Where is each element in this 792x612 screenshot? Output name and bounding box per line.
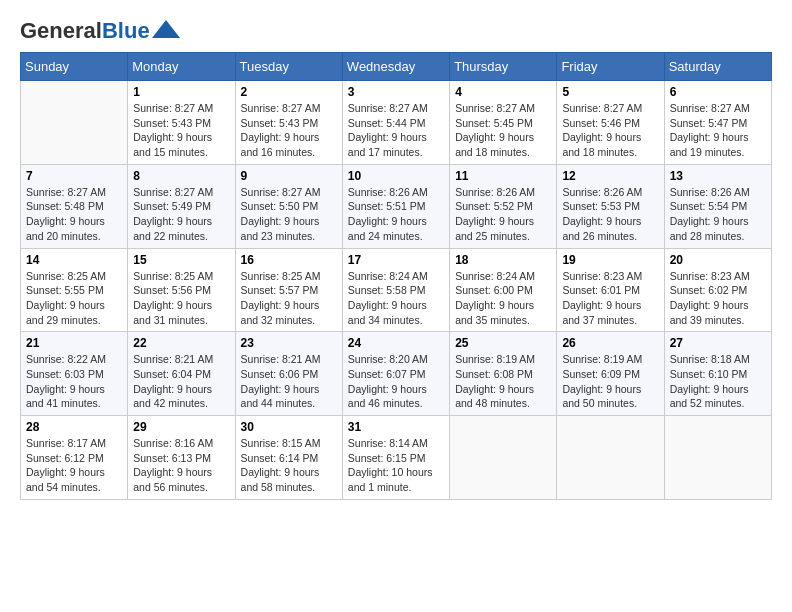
day-info: Sunrise: 8:24 AMSunset: 5:58 PMDaylight:… [348, 269, 444, 328]
day-info: Sunrise: 8:20 AMSunset: 6:07 PMDaylight:… [348, 352, 444, 411]
calendar-cell: 6Sunrise: 8:27 AMSunset: 5:47 PMDaylight… [664, 81, 771, 165]
calendar-week-2: 7Sunrise: 8:27 AMSunset: 5:48 PMDaylight… [21, 164, 772, 248]
calendar-cell: 11Sunrise: 8:26 AMSunset: 5:52 PMDayligh… [450, 164, 557, 248]
calendar-cell: 9Sunrise: 8:27 AMSunset: 5:50 PMDaylight… [235, 164, 342, 248]
day-number: 30 [241, 420, 337, 434]
day-header-sunday: Sunday [21, 53, 128, 81]
day-info: Sunrise: 8:21 AMSunset: 6:04 PMDaylight:… [133, 352, 229, 411]
logo: GeneralBlue [20, 20, 180, 42]
day-header-thursday: Thursday [450, 53, 557, 81]
calendar-body: 1Sunrise: 8:27 AMSunset: 5:43 PMDaylight… [21, 81, 772, 500]
day-number: 5 [562, 85, 658, 99]
day-header-friday: Friday [557, 53, 664, 81]
calendar-cell: 12Sunrise: 8:26 AMSunset: 5:53 PMDayligh… [557, 164, 664, 248]
day-number: 26 [562, 336, 658, 350]
day-header-monday: Monday [128, 53, 235, 81]
calendar-cell: 20Sunrise: 8:23 AMSunset: 6:02 PMDayligh… [664, 248, 771, 332]
day-info: Sunrise: 8:26 AMSunset: 5:53 PMDaylight:… [562, 185, 658, 244]
calendar-header-row: SundayMondayTuesdayWednesdayThursdayFrid… [21, 53, 772, 81]
day-number: 2 [241, 85, 337, 99]
day-number: 1 [133, 85, 229, 99]
calendar-cell [450, 416, 557, 500]
day-info: Sunrise: 8:27 AMSunset: 5:48 PMDaylight:… [26, 185, 122, 244]
day-info: Sunrise: 8:26 AMSunset: 5:52 PMDaylight:… [455, 185, 551, 244]
calendar-week-4: 21Sunrise: 8:22 AMSunset: 6:03 PMDayligh… [21, 332, 772, 416]
day-info: Sunrise: 8:21 AMSunset: 6:06 PMDaylight:… [241, 352, 337, 411]
svg-marker-0 [152, 20, 180, 38]
day-number: 24 [348, 336, 444, 350]
day-number: 6 [670, 85, 766, 99]
logo-text: GeneralBlue [20, 20, 150, 42]
calendar-cell: 27Sunrise: 8:18 AMSunset: 6:10 PMDayligh… [664, 332, 771, 416]
calendar-cell: 19Sunrise: 8:23 AMSunset: 6:01 PMDayligh… [557, 248, 664, 332]
calendar-cell: 24Sunrise: 8:20 AMSunset: 6:07 PMDayligh… [342, 332, 449, 416]
calendar-cell: 13Sunrise: 8:26 AMSunset: 5:54 PMDayligh… [664, 164, 771, 248]
day-number: 18 [455, 253, 551, 267]
day-number: 27 [670, 336, 766, 350]
day-info: Sunrise: 8:16 AMSunset: 6:13 PMDaylight:… [133, 436, 229, 495]
calendar-cell: 8Sunrise: 8:27 AMSunset: 5:49 PMDaylight… [128, 164, 235, 248]
calendar-cell: 31Sunrise: 8:14 AMSunset: 6:15 PMDayligh… [342, 416, 449, 500]
day-info: Sunrise: 8:27 AMSunset: 5:50 PMDaylight:… [241, 185, 337, 244]
day-number: 28 [26, 420, 122, 434]
calendar-cell: 22Sunrise: 8:21 AMSunset: 6:04 PMDayligh… [128, 332, 235, 416]
day-info: Sunrise: 8:23 AMSunset: 6:01 PMDaylight:… [562, 269, 658, 328]
calendar-week-1: 1Sunrise: 8:27 AMSunset: 5:43 PMDaylight… [21, 81, 772, 165]
day-info: Sunrise: 8:25 AMSunset: 5:56 PMDaylight:… [133, 269, 229, 328]
day-number: 4 [455, 85, 551, 99]
calendar-cell: 15Sunrise: 8:25 AMSunset: 5:56 PMDayligh… [128, 248, 235, 332]
calendar-cell: 28Sunrise: 8:17 AMSunset: 6:12 PMDayligh… [21, 416, 128, 500]
calendar-cell: 25Sunrise: 8:19 AMSunset: 6:08 PMDayligh… [450, 332, 557, 416]
day-info: Sunrise: 8:26 AMSunset: 5:54 PMDaylight:… [670, 185, 766, 244]
day-number: 22 [133, 336, 229, 350]
calendar-cell: 23Sunrise: 8:21 AMSunset: 6:06 PMDayligh… [235, 332, 342, 416]
calendar-cell: 26Sunrise: 8:19 AMSunset: 6:09 PMDayligh… [557, 332, 664, 416]
day-number: 7 [26, 169, 122, 183]
day-info: Sunrise: 8:27 AMSunset: 5:43 PMDaylight:… [241, 101, 337, 160]
day-info: Sunrise: 8:25 AMSunset: 5:57 PMDaylight:… [241, 269, 337, 328]
day-info: Sunrise: 8:27 AMSunset: 5:43 PMDaylight:… [133, 101, 229, 160]
day-info: Sunrise: 8:19 AMSunset: 6:09 PMDaylight:… [562, 352, 658, 411]
day-number: 23 [241, 336, 337, 350]
day-info: Sunrise: 8:27 AMSunset: 5:46 PMDaylight:… [562, 101, 658, 160]
calendar-cell: 5Sunrise: 8:27 AMSunset: 5:46 PMDaylight… [557, 81, 664, 165]
logo-arrow-icon [152, 20, 180, 38]
calendar-cell: 1Sunrise: 8:27 AMSunset: 5:43 PMDaylight… [128, 81, 235, 165]
calendar-week-5: 28Sunrise: 8:17 AMSunset: 6:12 PMDayligh… [21, 416, 772, 500]
day-number: 11 [455, 169, 551, 183]
day-number: 3 [348, 85, 444, 99]
day-number: 16 [241, 253, 337, 267]
day-info: Sunrise: 8:19 AMSunset: 6:08 PMDaylight:… [455, 352, 551, 411]
calendar-cell: 16Sunrise: 8:25 AMSunset: 5:57 PMDayligh… [235, 248, 342, 332]
calendar-cell: 10Sunrise: 8:26 AMSunset: 5:51 PMDayligh… [342, 164, 449, 248]
day-header-saturday: Saturday [664, 53, 771, 81]
day-info: Sunrise: 8:25 AMSunset: 5:55 PMDaylight:… [26, 269, 122, 328]
calendar-cell: 4Sunrise: 8:27 AMSunset: 5:45 PMDaylight… [450, 81, 557, 165]
day-number: 10 [348, 169, 444, 183]
day-number: 15 [133, 253, 229, 267]
day-header-tuesday: Tuesday [235, 53, 342, 81]
calendar-cell: 17Sunrise: 8:24 AMSunset: 5:58 PMDayligh… [342, 248, 449, 332]
day-number: 31 [348, 420, 444, 434]
day-info: Sunrise: 8:18 AMSunset: 6:10 PMDaylight:… [670, 352, 766, 411]
day-number: 12 [562, 169, 658, 183]
day-info: Sunrise: 8:22 AMSunset: 6:03 PMDaylight:… [26, 352, 122, 411]
day-info: Sunrise: 8:27 AMSunset: 5:44 PMDaylight:… [348, 101, 444, 160]
day-info: Sunrise: 8:26 AMSunset: 5:51 PMDaylight:… [348, 185, 444, 244]
day-header-wednesday: Wednesday [342, 53, 449, 81]
calendar-cell: 14Sunrise: 8:25 AMSunset: 5:55 PMDayligh… [21, 248, 128, 332]
day-number: 9 [241, 169, 337, 183]
day-number: 19 [562, 253, 658, 267]
calendar-cell: 29Sunrise: 8:16 AMSunset: 6:13 PMDayligh… [128, 416, 235, 500]
day-info: Sunrise: 8:23 AMSunset: 6:02 PMDaylight:… [670, 269, 766, 328]
day-info: Sunrise: 8:15 AMSunset: 6:14 PMDaylight:… [241, 436, 337, 495]
day-info: Sunrise: 8:17 AMSunset: 6:12 PMDaylight:… [26, 436, 122, 495]
day-info: Sunrise: 8:27 AMSunset: 5:45 PMDaylight:… [455, 101, 551, 160]
day-info: Sunrise: 8:24 AMSunset: 6:00 PMDaylight:… [455, 269, 551, 328]
day-number: 14 [26, 253, 122, 267]
calendar-cell [21, 81, 128, 165]
day-number: 29 [133, 420, 229, 434]
calendar-cell [557, 416, 664, 500]
day-number: 13 [670, 169, 766, 183]
day-number: 25 [455, 336, 551, 350]
